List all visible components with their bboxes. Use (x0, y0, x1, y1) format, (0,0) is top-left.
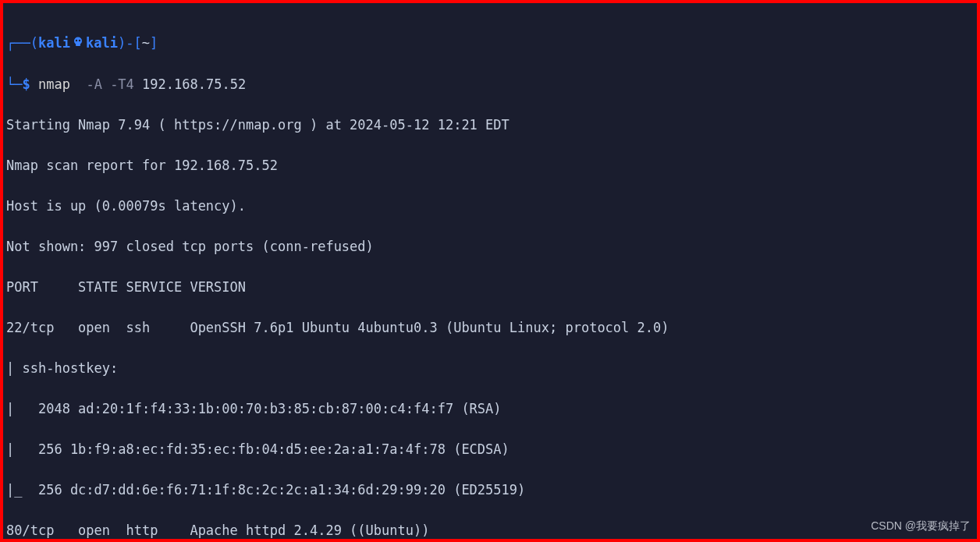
prompt-host: kali (86, 35, 118, 51)
svg-point-2 (76, 40, 77, 41)
output-line: | 256 1b:f9:a8:ec:fd:35:ec:fb:04:d5:ee:2… (6, 439, 974, 459)
close-brack: ] (150, 35, 158, 51)
output-line: Nmap scan report for 192.168.75.52 (6, 155, 974, 175)
open-brack: [ (133, 35, 141, 51)
output-line: Starting Nmap 7.94 ( https://nmap.org ) … (6, 115, 974, 135)
output-line: Host is up (0.00079s latency). (6, 196, 974, 216)
prompt-dollar: $ (22, 76, 30, 92)
box-corner-bottom-icon: └─ (6, 76, 22, 92)
command-target: 192.168.75.52 (142, 76, 246, 92)
output-line: 22/tcp open ssh OpenSSH 7.6p1 Ubuntu 4ub… (6, 317, 974, 338)
output-line: PORT STATE SERVICE VERSION (6, 277, 974, 297)
output-line: | 2048 ad:20:1f:f4:33:1b:00:70:b3:85:cb:… (6, 399, 974, 419)
prompt-user: kali (38, 35, 70, 51)
open-paren: ( (30, 35, 38, 51)
box-corner-top-icon: ┌── (6, 35, 30, 51)
prompt-path: ~ (142, 35, 150, 51)
watermark-text: CSDN @我要疯掉了 (871, 515, 971, 536)
close-paren: ) (118, 35, 126, 51)
svg-point-3 (79, 40, 80, 41)
skull-icon (72, 34, 84, 54)
output-line: |_ 256 dc:d7:dd:6e:f6:71:1f:8c:2c:2c:a1:… (6, 480, 974, 500)
output-line: Not shown: 997 closed tcp ports (conn-re… (6, 236, 974, 257)
dash-sep: - (126, 35, 133, 51)
prompt-line-1: ┌──(kalikali)-[~] (6, 33, 974, 54)
command-line[interactable]: └─$ nmap -A -T4 192.168.75.52 (6, 74, 974, 94)
command-name: nmap (38, 76, 70, 92)
output-line: 80/tcp open http Apache httpd 2.4.29 ((U… (6, 520, 974, 540)
terminal-window[interactable]: ┌──(kalikali)-[~] └─$ nmap -A -T4 192.16… (3, 3, 977, 542)
output-line: | ssh-hostkey: (6, 358, 974, 378)
command-flags: -A -T4 (86, 76, 133, 92)
svg-rect-1 (76, 44, 80, 46)
